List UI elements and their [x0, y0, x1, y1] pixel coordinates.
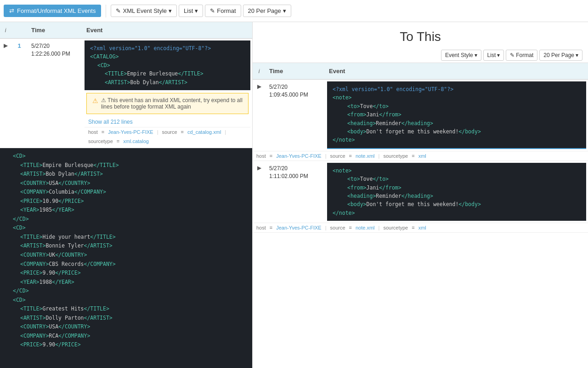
right-table-row-1: ▶ 5/27/20 1:09:45.000 PM <?xml version="…	[253, 80, 588, 161]
xml-pi-line: <?xml version="1.0" encoding="UTF-8"?>	[90, 44, 245, 52]
right-table-container: ▶ 5/27/20 1:09:45.000 PM <?xml version="…	[253, 80, 588, 368]
xml-exp-line-13: <COMPANY>CBS Records</COMPANY>	[20, 260, 247, 269]
xml-exp-line-14: <PRICE>9.90</PRICE>	[20, 269, 247, 278]
list-button-right[interactable]: List ▾	[483, 50, 504, 61]
pencil-icon-2: ✎	[210, 7, 215, 14]
col-header-event: Event	[83, 27, 252, 34]
xml-exp-line-4: <COUNTRY>USA</COUNTRY>	[20, 179, 247, 188]
r-note-heading: <heading>Reminder</heading>	[347, 119, 581, 127]
r-meta-2: host = Jean-Yves-PC-FIXE | source = note…	[253, 223, 588, 232]
pencil-icon-r: ✎	[510, 52, 514, 58]
r-time-1: 5/27/20 1:09:45.000 PM	[266, 80, 325, 103]
per-page-button[interactable]: 20 Per Page ▾	[243, 5, 291, 17]
xml-exp-line-7: <YEAR>1985</YEAR>	[20, 206, 247, 215]
right-panel: To This Event Style ▾ List ▾ ✎ Format 20…	[253, 22, 588, 368]
format-icon: ⇄	[9, 7, 14, 14]
format-button-right[interactable]: ✎ Format	[506, 50, 537, 61]
r-time-2: 5/27/20 1:11:02.000 PM	[266, 161, 325, 184]
r-note-close: </note>	[333, 136, 581, 144]
xml-exp-line-20: <COUNTRY>USA</COUNTRY>	[20, 322, 247, 332]
left-panel: i Time Event ▶ 1 5/27/20 1:22:26.000 PM …	[0, 22, 253, 368]
r-event-1: <?xml version="1.0" encoding="UTF-8"?> <…	[325, 80, 588, 151]
row-time-1: 5/27/20 1:22:26.000 PM	[28, 39, 83, 62]
xml-artist-line: <ARTIST>Bob Dylan</ARTIST>	[105, 78, 245, 86]
col-header-time: Time	[28, 27, 83, 34]
xml-exp-line-9: <CD>	[13, 224, 247, 233]
xml-exp-line-1: <CD>	[13, 152, 247, 161]
main-content: i Time Event ▶ 1 5/27/20 1:22:26.000 PM …	[0, 22, 588, 368]
xml-exp-line-12: <COUNTRY>UK</COUNTRY>	[20, 251, 247, 260]
xml-exp-line-15: <YEAR>1988</YEAR>	[20, 278, 247, 287]
row-number-1: 1	[11, 39, 28, 53]
chevron-down-icon-es: ▾	[475, 52, 477, 58]
right-sub-toolbar: Event Style ▾ List ▾ ✎ Format 20 Per Pag…	[253, 48, 588, 63]
r-note-open: <note>	[333, 93, 581, 102]
xml-exp-line-17: <CD>	[13, 296, 247, 305]
row-event-1: <?xml version="1.0" encoding="UTF-8"?> <…	[83, 39, 252, 148]
xml-exp-line-19: <ARTIST>Dolly Parton</ARTIST>	[20, 314, 247, 323]
r-col-header-i: i	[253, 68, 266, 75]
r2-note-to: <to>Tove</to>	[347, 175, 581, 183]
chevron-down-icon-lr: ▾	[497, 52, 500, 58]
per-page-button-right[interactable]: 20 Per Page ▾	[539, 50, 582, 61]
r-note-to: <to>Tove</to>	[347, 102, 581, 110]
pencil-icon: ✎	[116, 7, 121, 14]
expand-button-1[interactable]: ▶	[0, 39, 11, 52]
r-meta-1: host = Jean-Yves-PC-FIXE | source = note…	[253, 151, 588, 161]
xml-exp-line-5: <COMPANY>Columbia</COMPANY>	[20, 188, 247, 197]
r2-note-open: <note>	[333, 167, 581, 175]
right-table-header: i Time Event	[253, 63, 588, 80]
right-row-1-top: ▶ 5/27/20 1:09:45.000 PM <?xml version="…	[253, 80, 588, 151]
xml-exp-line-8: </CD>	[13, 215, 247, 224]
r-xml-box-2: <note> <to>Tove</to> <from>Jani</from> <…	[327, 163, 586, 221]
meta-row-1: host = Jean-Yves-PC-FIXE | source = cd_c…	[85, 127, 250, 146]
xml-expanded-area: <CD> <TITLE>Empire Burlesque</TITLE> <AR…	[0, 148, 252, 368]
xml-exp-line-11: <ARTIST>Bonnie Tyler</ARTIST>	[20, 242, 247, 251]
left-table-header: i Time Event	[0, 22, 252, 39]
table-row: ▶ 1 5/27/20 1:22:26.000 PM <?xml version…	[0, 39, 252, 148]
warning-box: ⚠ ⚠ This event has an invalid XML conten…	[86, 93, 249, 114]
r2-note-close: </note>	[333, 209, 581, 217]
xml-exp-line-16: </CD>	[13, 287, 247, 296]
xml-exp-line-6: <PRICE>10.90</PRICE>	[20, 197, 247, 206]
warning-icon: ⚠	[92, 97, 98, 104]
xml-catalog-line: <CATALOG>	[90, 52, 245, 61]
xml-exp-line-21: <COMPANY>RCA</COMPANY>	[20, 332, 247, 341]
right-row-2-top: ▶ 5/27/20 1:11:02.000 PM <note> <to>Tove…	[253, 161, 588, 223]
right-table-row-2: ▶ 5/27/20 1:11:02.000 PM <note> <to>Tove…	[253, 161, 588, 233]
separator-1	[106, 5, 106, 17]
xml-event-style-button[interactable]: ✎ XML Event Style ▾	[111, 5, 177, 17]
chevron-down-icon: ▾	[169, 7, 172, 14]
r2-note-from: <from>Jani</from>	[347, 184, 581, 192]
chevron-down-icon-ppr: ▾	[576, 52, 578, 58]
show-all-link[interactable]: Show all 212 lines	[85, 117, 250, 127]
xml-exp-line-18: <TITLE>Greatest Hits</TITLE>	[20, 305, 247, 314]
format-button[interactable]: ✎ Format	[205, 5, 241, 17]
main-toolbar: ⇄ Format/Unformat XML Events ✎ XML Event…	[0, 0, 588, 22]
r-event-2: <note> <to>Tove</to> <from>Jani</from> <…	[325, 161, 588, 223]
r-col-header-time: Time	[266, 68, 325, 75]
r-expand-2[interactable]: ▶	[253, 161, 266, 175]
event-style-button[interactable]: Event Style ▾	[441, 50, 481, 61]
xml-exp-line-10: <TITLE>Hide your heart</TITLE>	[20, 233, 247, 242]
r-expand-1[interactable]: ▶	[253, 80, 266, 93]
xml-title-line: <TITLE>Empire Burlesque</TITLE>	[105, 69, 245, 78]
r-note-from: <from>Jani</from>	[347, 110, 581, 119]
format-unformat-label: Format/Unformat XML Events	[17, 7, 96, 14]
chevron-down-icon-pp: ▾	[283, 7, 286, 14]
r-xml-box-1: <?xml version="1.0" encoding="UTF-8"?> <…	[327, 81, 586, 149]
chevron-down-icon-list: ▾	[195, 7, 198, 14]
to-this-heading: To This	[253, 22, 588, 48]
r2-note-body: <body>Don't forget me this weekend!</bod…	[347, 200, 581, 208]
r-note-body: <body>Don't forget me this weekend!</bod…	[347, 127, 581, 136]
xml-cd-line: <CD>	[97, 61, 245, 69]
xml-exp-line-22: <PRICE>9.90</PRICE>	[20, 340, 247, 350]
xml-exp-line-2: <TITLE>Empire Burlesque</TITLE>	[20, 161, 247, 170]
r-col-header-event: Event	[325, 68, 588, 75]
list-button[interactable]: List ▾	[179, 5, 203, 17]
r2-note-heading: <heading>Reminder</heading>	[347, 192, 581, 200]
col-header-i: i	[0, 27, 11, 34]
xml-exp-line-3: <ARTIST>Bob Dylan</ARTIST>	[20, 170, 247, 179]
xml-content-box: <?xml version="1.0" encoding="UTF-8"?> <…	[85, 40, 250, 90]
format-unformat-button[interactable]: ⇄ Format/Unformat XML Events	[4, 5, 101, 17]
